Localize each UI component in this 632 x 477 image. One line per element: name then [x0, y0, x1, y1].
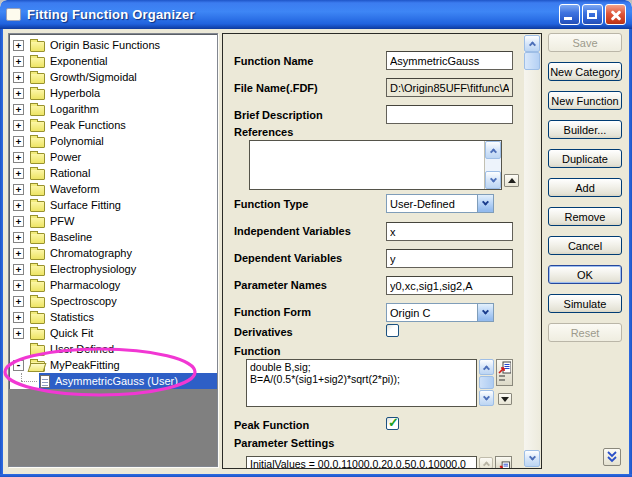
doc-icon	[40, 375, 50, 388]
tree-row[interactable]: + Surface Fitting	[9, 197, 217, 213]
scroll-up-button[interactable]	[524, 35, 540, 52]
tree-row[interactable]: User Defined	[9, 341, 217, 357]
folder-icon	[30, 233, 45, 244]
expand-toggle[interactable]: +	[13, 248, 24, 259]
tree-row[interactable]: + Origin Basic Functions	[9, 37, 217, 53]
expand-toggle[interactable]: +	[13, 232, 24, 243]
new-category-button[interactable]: New Category	[548, 62, 622, 81]
tree-row[interactable]: + Polynomial	[9, 133, 217, 149]
file-name-input[interactable]	[386, 78, 513, 97]
expand-toggle[interactable]: +	[13, 88, 24, 99]
expand-toggle[interactable]: +	[13, 72, 24, 83]
expand-toggle[interactable]: +	[13, 328, 24, 339]
tree-item-label: Logarithm	[50, 103, 102, 116]
expand-toggle[interactable]: +	[13, 184, 24, 195]
scroll-up-button[interactable]	[479, 359, 494, 375]
expand-toggle[interactable]: +	[13, 56, 24, 67]
simulate-button[interactable]: Simulate	[548, 294, 622, 313]
expand-toggle[interactable]: +	[13, 280, 24, 291]
tree-row[interactable]: + Pharmacology	[9, 277, 217, 293]
minimize-button[interactable]	[559, 4, 580, 25]
expand-toggle[interactable]: +	[13, 104, 24, 115]
tree-row[interactable]: + Exponential	[9, 53, 217, 69]
cancel-button[interactable]: Cancel	[548, 236, 622, 255]
references-collapse-button[interactable]	[504, 174, 519, 187]
expand-toggle[interactable]: +	[13, 312, 24, 323]
ok-button[interactable]: OK	[548, 265, 622, 284]
scroll-thumb[interactable]	[524, 52, 540, 70]
tree-row[interactable]: + Growth/Sigmoidal	[9, 69, 217, 85]
references-scrollbar[interactable]	[484, 141, 501, 189]
function-scrollbar[interactable]	[479, 359, 494, 407]
expand-toggle[interactable]: +	[13, 216, 24, 227]
function-tree[interactable]: + Origin Basic Functions + Exponential +…	[8, 33, 218, 467]
scroll-down-button[interactable]	[479, 390, 494, 406]
function-box[interactable]: double B,sig; B=A/(0.5*(sig1+sig2)*sqrt(…	[246, 359, 477, 407]
dropdown-button[interactable]	[477, 304, 493, 321]
expand-toggle[interactable]: +	[13, 168, 24, 179]
function-name-input[interactable]	[386, 51, 513, 70]
expand-toggle[interactable]: -	[13, 360, 24, 371]
tree-row[interactable]: + Electrophysiology	[9, 261, 217, 277]
derivatives-checkbox[interactable]	[386, 324, 399, 337]
collapse-dialog-button[interactable]	[603, 448, 621, 466]
window-border-left	[0, 29, 3, 477]
maximize-button[interactable]	[582, 4, 603, 25]
tree-row[interactable]: + Spectroscopy	[9, 293, 217, 309]
panel-scrollbar[interactable]	[524, 35, 540, 467]
close-button[interactable]	[605, 4, 626, 25]
references-text[interactable]	[250, 141, 484, 189]
tree-row[interactable]: + Chromatography	[9, 245, 217, 261]
title-bar[interactable]: Fitting Function Organizer	[0, 0, 632, 29]
function-expand-button[interactable]	[498, 393, 512, 405]
file-name-label: File Name(.FDF)	[234, 82, 318, 94]
tree-row[interactable]: - MyPeakFitting	[9, 357, 217, 373]
tree-row[interactable]: + Logarithm	[9, 101, 217, 117]
function-type-select[interactable]: User-Defined	[386, 194, 494, 213]
duplicate-button[interactable]: Duplicate	[548, 149, 622, 168]
dropdown-button[interactable]	[477, 195, 493, 212]
function-name-label: Function Name	[234, 55, 313, 67]
expand-toggle[interactable]: +	[13, 200, 24, 211]
expand-toggle[interactable]: +	[13, 120, 24, 131]
expand-toggle[interactable]: +	[13, 136, 24, 147]
code-builder-button[interactable]	[496, 359, 513, 386]
brief-description-input[interactable]	[386, 105, 513, 124]
independent-variables-input[interactable]	[386, 222, 513, 241]
peak-function-checkbox[interactable]	[386, 417, 399, 430]
tree-row[interactable]: + Statistics	[9, 309, 217, 325]
tree-row[interactable]: + PFW	[9, 213, 217, 229]
tree-item-label: Exponential	[50, 55, 111, 68]
tree-row[interactable]: + Quick Fit	[9, 325, 217, 341]
scroll-down-button[interactable]	[485, 171, 501, 189]
expand-toggle[interactable]: +	[13, 296, 24, 307]
parameter-settings-text[interactable]: InitialValues = 00,0.11000,0.20,0.50,0.1…	[247, 457, 476, 469]
remove-button[interactable]: Remove	[548, 207, 622, 226]
function-form-select[interactable]: Origin C	[386, 303, 494, 322]
tree-row[interactable]: + Hyperbola	[9, 85, 217, 101]
builder-button[interactable]: Builder...	[548, 120, 622, 139]
code-builder-icon	[498, 361, 511, 384]
references-box[interactable]	[249, 140, 502, 190]
expand-toggle[interactable]: +	[13, 152, 24, 163]
expand-toggle[interactable]: +	[13, 264, 24, 275]
scroll-thumb[interactable]	[479, 376, 494, 389]
function-code[interactable]: double B,sig; B=A/(0.5*(sig1+sig2)*sqrt(…	[247, 360, 476, 406]
chevron-down-icon	[489, 175, 496, 182]
parameter-settings-box[interactable]: InitialValues = 00,0.11000,0.20,0.50,0.1…	[246, 456, 477, 469]
expand-toggle[interactable]: +	[13, 40, 24, 51]
tree-row[interactable]: + Waveform	[9, 181, 217, 197]
add-button[interactable]: Add	[548, 178, 622, 197]
tree-row[interactable]: + Power	[9, 149, 217, 165]
parameter-names-input[interactable]	[386, 276, 513, 295]
tree-row[interactable]: + Baseline	[9, 229, 217, 245]
code-builder-button[interactable]	[495, 456, 512, 469]
dependent-variables-input[interactable]	[386, 249, 513, 268]
scroll-up-button[interactable]	[485, 141, 501, 159]
folder-icon	[30, 217, 45, 228]
tree-row[interactable]: + Rational	[9, 165, 217, 181]
tree-row[interactable]: AsymmetricGauss (User)	[9, 373, 217, 389]
tree-row[interactable]: + Peak Functions	[9, 117, 217, 133]
scroll-down-button[interactable]	[524, 450, 540, 467]
new-function-button[interactable]: New Function	[548, 91, 622, 110]
